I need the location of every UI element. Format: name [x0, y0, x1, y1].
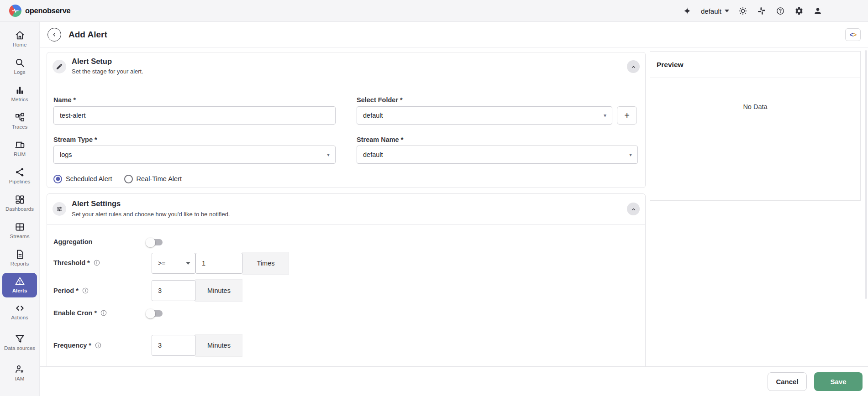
footer-action-bar: Cancel Save	[40, 366, 868, 396]
stream-name-select[interactable]: default ▾	[357, 146, 638, 164]
stream-type-label: Stream Type *	[53, 136, 97, 143]
threshold-operator-select[interactable]: >=	[152, 253, 195, 274]
sidebar-item-pipelines[interactable]: Pipelines	[0, 162, 39, 190]
sidebar-item-streams[interactable]: Streams	[0, 217, 39, 245]
frequency-value-input[interactable]	[152, 335, 195, 356]
ai-sparkle-icon[interactable]	[683, 6, 692, 16]
sidebar-item-alerts[interactable]: Alerts	[2, 273, 37, 297]
sidebar-item-reports[interactable]: Reports	[0, 245, 39, 272]
app-name: openobserve	[25, 6, 70, 15]
sidebar-item-iam[interactable]: IAM	[0, 360, 39, 387]
sidebar-item-label: Reports	[11, 261, 29, 267]
slack-icon[interactable]	[757, 6, 766, 16]
alert-settings-card: Alert Settings Set your alert rules and …	[47, 193, 646, 368]
frequency-unit-label: Minutes	[195, 334, 242, 357]
streams-icon	[15, 222, 25, 232]
help-icon[interactable]	[775, 6, 785, 16]
sidebar-item-rum[interactable]: RUM	[0, 135, 39, 162]
reports-icon	[15, 249, 25, 260]
org-selector-value: default	[701, 7, 721, 15]
collapse-alert-settings-button[interactable]	[627, 203, 640, 215]
settings-icon[interactable]	[794, 6, 804, 16]
sidebar-item-label: RUM	[14, 151, 26, 157]
alert-name-input[interactable]	[53, 106, 336, 125]
sidebar-item-logs[interactable]: Logs	[0, 53, 39, 80]
openobserve-logo-icon	[9, 5, 21, 17]
stream-type-select[interactable]: logs ▾	[53, 146, 336, 164]
main-content: Add Alert <> Alert Setup Set the stage f…	[40, 22, 868, 396]
vertical-scrollbar[interactable]	[865, 50, 867, 299]
sidebar-item-dashboards[interactable]: Dashboards	[0, 190, 39, 217]
toggle-knob	[146, 238, 155, 247]
preview-panel: Preview No Data	[650, 51, 861, 201]
alert-type-radio-group: Scheduled Alert Real-Time Alert	[53, 172, 182, 186]
collapse-alert-setup-button[interactable]	[627, 60, 640, 73]
sidebar-item-traces[interactable]: Traces	[0, 108, 39, 135]
pipelines-icon	[15, 167, 25, 177]
save-button[interactable]: Save	[814, 372, 863, 391]
period-label: Period *	[53, 287, 89, 294]
sidebar-item-label: IAM	[15, 376, 24, 382]
alert-settings-subtitle: Set your alert rules and choose how you'…	[72, 211, 230, 218]
chevron-down-icon	[725, 10, 729, 12]
threshold-operator-value: >=	[158, 260, 165, 267]
sidebar-item-metrics[interactable]: Metrics	[0, 80, 39, 108]
sidebar-item-label: Traces	[12, 124, 28, 130]
app-header: openobserve default	[0, 0, 868, 22]
radio-unchecked-icon	[124, 175, 133, 183]
sliders-icon	[53, 202, 66, 216]
cancel-button[interactable]: Cancel	[768, 372, 807, 391]
toggle-knob	[146, 309, 155, 318]
sidebar-item-label: Actions	[11, 315, 28, 321]
threshold-value-input[interactable]	[195, 253, 242, 274]
search-icon	[15, 57, 25, 68]
info-icon[interactable]	[95, 342, 102, 349]
json-editor-toggle-button[interactable]: <>	[845, 28, 861, 41]
no-data-text: No Data	[650, 103, 860, 110]
chevron-down-icon: ▾	[629, 151, 632, 158]
sidebar-item-label: Metrics	[11, 97, 28, 103]
stream-type-value: logs	[60, 151, 72, 158]
sidebar-item-label: Data sources	[4, 345, 35, 351]
iam-icon	[15, 364, 25, 375]
caret-down-icon	[186, 262, 190, 265]
aggregation-toggle[interactable]	[147, 239, 163, 245]
rum-icon	[15, 140, 25, 150]
preview-body: No Data	[650, 78, 860, 201]
radio-checked-icon	[53, 175, 62, 183]
info-icon[interactable]	[93, 259, 100, 266]
realtime-alert-radio[interactable]: Real-Time Alert	[124, 175, 182, 183]
theme-toggle-icon[interactable]	[738, 6, 747, 16]
enable-cron-label: Enable Cron *	[53, 309, 107, 317]
folder-select[interactable]: default ▾	[357, 106, 612, 125]
alerts-icon	[15, 276, 25, 287]
sidebar-item-data-sources[interactable]: Data sources	[0, 326, 39, 360]
org-selector[interactable]: default	[701, 7, 729, 15]
dashboards-icon	[15, 194, 25, 205]
period-unit-label: Minutes	[195, 279, 242, 302]
folder-select-value: default	[363, 112, 383, 119]
info-icon[interactable]	[82, 287, 89, 294]
funnel-icon	[15, 333, 25, 344]
period-value-input[interactable]	[152, 280, 195, 301]
sidebar-item-label: Dashboards	[5, 206, 34, 212]
stream-name-label: Stream Name *	[357, 136, 403, 143]
chevron-down-icon: ▾	[327, 151, 330, 158]
add-folder-button[interactable]: +	[617, 106, 637, 125]
sidebar-item-label: Pipelines	[9, 179, 31, 185]
account-icon[interactable]	[813, 6, 822, 16]
back-button[interactable]	[47, 28, 61, 42]
alert-setup-card: Alert Setup Set the stage for your alert…	[47, 52, 646, 188]
enable-cron-toggle[interactable]	[147, 310, 163, 317]
sidebar-item-home[interactable]: Home	[0, 26, 39, 53]
scheduled-alert-radio[interactable]: Scheduled Alert	[53, 175, 112, 183]
sidebar-item-actions[interactable]: Actions	[0, 298, 39, 326]
sidebar-item-label: Logs	[14, 69, 26, 75]
info-icon[interactable]	[100, 309, 107, 317]
select-folder-label: Select Folder *	[357, 96, 403, 104]
alert-setup-title: Alert Setup	[72, 57, 112, 66]
traces-icon	[15, 112, 25, 123]
alert-settings-title: Alert Settings	[72, 199, 121, 208]
app-logo[interactable]: openobserve	[9, 5, 70, 17]
sidebar-item-label: Home	[13, 42, 27, 48]
